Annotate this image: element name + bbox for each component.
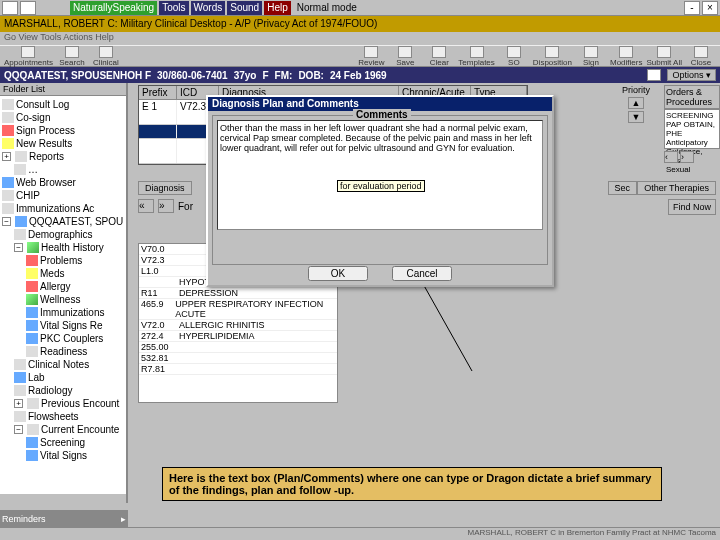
comments-textarea[interactable] — [217, 120, 543, 230]
find-now-button[interactable]: Find Now — [668, 199, 716, 215]
tree-item[interactable]: Radiology — [0, 384, 126, 397]
window-title: MARSHALL, ROBERT C: Military Clinical De… — [0, 16, 720, 32]
review-button[interactable]: Review — [356, 46, 386, 67]
save-button[interactable]: Save — [390, 46, 420, 67]
tree-item[interactable]: New Results — [0, 137, 126, 150]
patient-sex: F — [262, 70, 268, 81]
submitall-button[interactable]: Submit All — [646, 46, 682, 67]
tree-item[interactable]: Vital Signs — [0, 449, 126, 462]
priority-down-icon[interactable]: ▼ — [628, 111, 644, 123]
tree-item[interactable]: +Previous Encount — [0, 397, 126, 410]
tab-other[interactable]: Other Therapies — [637, 181, 716, 195]
tree-item[interactable]: −Health History — [0, 241, 126, 254]
dragon-topbar: NaturallySpeaking Tools Words Sound Help… — [0, 0, 720, 16]
tree-item[interactable]: Vital Signs Re — [0, 319, 126, 332]
plan-comments-dialog: Diagnosis Plan and Comments Comments for… — [206, 95, 554, 287]
tree-item[interactable]: Web Browser — [0, 176, 126, 189]
priority-column: Priority ▲ ▼ — [612, 85, 660, 123]
minimize-icon[interactable]: - — [684, 1, 700, 15]
modifiers-button[interactable]: Modifiers — [610, 46, 642, 67]
orders-nav-left[interactable]: ‹ — [664, 151, 678, 163]
tree-item[interactable]: Immunizations — [0, 306, 126, 319]
dragon-box[interactable] — [2, 1, 18, 15]
find-row: « » For — [138, 199, 193, 213]
patient-fmp: FM: — [275, 70, 293, 81]
tree-item[interactable]: Demographics — [0, 228, 126, 241]
dragon-menu[interactable]: NaturallySpeaking — [70, 1, 157, 15]
tab-sec[interactable]: Sec — [608, 181, 638, 195]
cancel-button[interactable]: Cancel — [392, 266, 452, 281]
search-button[interactable]: Search — [57, 46, 87, 67]
words-menu[interactable]: Words — [191, 1, 226, 15]
ok-button[interactable]: OK — [308, 266, 368, 281]
find-label: For — [178, 201, 193, 212]
patient-age: 37yo — [234, 70, 257, 81]
code-row[interactable]: 255.00 — [139, 342, 337, 353]
so-button[interactable]: SO — [499, 46, 529, 67]
folder-title: Folder List — [0, 83, 126, 96]
tree-item[interactable]: Allergy — [0, 280, 126, 293]
templates-button[interactable]: Templates — [458, 46, 494, 67]
tree-item[interactable]: Clinical Notes — [0, 358, 126, 371]
orders-panel: Orders & Procedures SCREENING PAP OBTAIN… — [664, 85, 720, 163]
clear-button[interactable]: Clear — [424, 46, 454, 67]
orders-nav-right[interactable]: › — [680, 151, 694, 163]
tooltip: for evaluation period — [337, 180, 425, 192]
patient-banner: QQQAATEST, SPOUSENHOH F 30/860-06-7401 3… — [0, 67, 720, 83]
help-menu[interactable]: Help — [264, 1, 291, 15]
dragon-mic-icon[interactable] — [20, 1, 36, 15]
close-button[interactable]: Close — [686, 46, 716, 67]
tree-item[interactable]: −QQQAATEST, SPOU — [0, 215, 126, 228]
flag-icon — [647, 69, 661, 81]
code-row[interactable]: R7.81 — [139, 364, 337, 375]
status-bar: MARSHALL, ROBERT C in Bremerton Family P… — [0, 527, 720, 540]
tree-item[interactable]: Immunizations Ac — [0, 202, 126, 215]
code-row[interactable]: 465.9UPPER RESPIRATORY INFECTION ACUTE — [139, 299, 337, 320]
find-next-icon[interactable]: » — [158, 199, 174, 213]
toolbar: Appointments Search Clinical Review Save… — [0, 45, 720, 67]
tree-item[interactable]: … — [0, 163, 126, 176]
close-icon[interactable]: × — [702, 1, 718, 15]
code-row[interactable]: V72.0ALLERGIC RHINITIS — [139, 320, 337, 331]
tree-item[interactable]: −Current Encounte — [0, 423, 126, 436]
annotation-callout: Here is the text box (Plan/Comments) whe… — [162, 467, 662, 501]
patient-dob: 24 Feb 1969 — [330, 70, 387, 81]
options-button[interactable]: Options ▾ — [667, 69, 716, 81]
sound-menu[interactable]: Sound — [227, 1, 262, 15]
find-prev-icon[interactable]: « — [138, 199, 154, 213]
tree-item[interactable]: Co-sign — [0, 111, 126, 124]
tree-item[interactable]: Wellness — [0, 293, 126, 306]
tree-item[interactable]: +Reports — [0, 150, 126, 163]
reminders-bar[interactable]: Reminders▸ — [0, 510, 128, 528]
code-row[interactable]: 532.81 — [139, 353, 337, 364]
patient-dob-label: DOB: — [298, 70, 324, 81]
tree-item[interactable]: Readiness — [0, 345, 126, 358]
patient-ssn: 30/860-06-7401 — [157, 70, 228, 81]
tree-item[interactable]: Lab — [0, 371, 126, 384]
tree-item[interactable]: Sign Process — [0, 124, 126, 137]
appointments-button[interactable]: Appointments — [4, 46, 53, 67]
sign-button[interactable]: Sign — [576, 46, 606, 67]
code-row[interactable]: R11DEPRESSION — [139, 288, 337, 299]
tree-item[interactable]: Meds — [0, 267, 126, 280]
tree-item[interactable]: CHIP — [0, 189, 126, 202]
clinical-button[interactable]: Clinical — [91, 46, 121, 67]
mode-label: Normal mode — [293, 2, 361, 13]
priority-up-icon[interactable]: ▲ — [628, 97, 644, 109]
tree-item[interactable]: Screening — [0, 436, 126, 449]
folder-list: Folder List Consult LogCo-signSign Proce… — [0, 83, 128, 503]
tools-menu[interactable]: Tools — [159, 1, 188, 15]
comments-legend: Comments — [353, 109, 411, 120]
app-menubar[interactable]: Go View Tools Actions Help — [0, 32, 720, 45]
tree-item[interactable]: Problems — [0, 254, 126, 267]
tree-item[interactable]: Consult Log — [0, 98, 126, 111]
tree-item[interactable]: PKC Couplers — [0, 332, 126, 345]
tab-diagnosis[interactable]: Diagnosis — [138, 181, 192, 195]
disposition-button[interactable]: Disposition — [533, 46, 572, 67]
tree-item[interactable]: Flowsheets — [0, 410, 126, 423]
patient-name: QQQAATEST, SPOUSENHOH F — [4, 70, 151, 81]
code-row[interactable]: 272.4HYPERLIPIDEMIA — [139, 331, 337, 342]
